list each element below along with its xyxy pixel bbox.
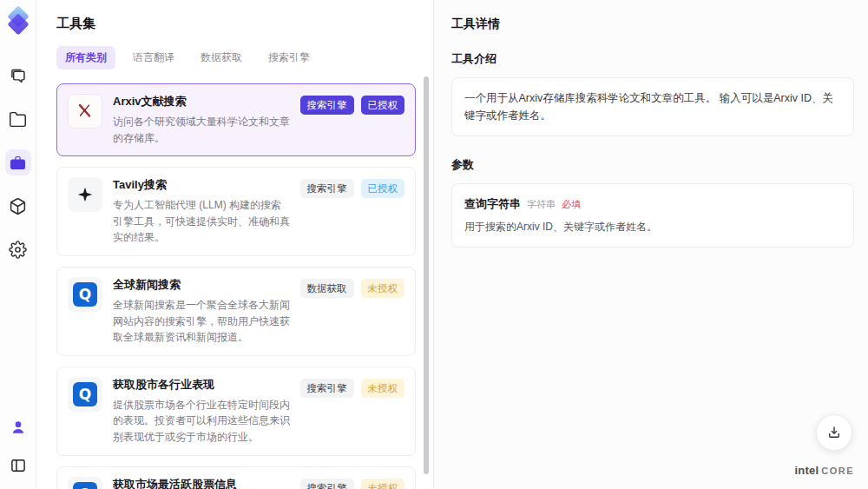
- auth-status-badge: 已授权: [361, 96, 405, 115]
- arxiv-icon: [68, 94, 102, 129]
- category-badge: 数据获取: [300, 279, 354, 298]
- tool-name: 获取市场最活跃股票信息: [113, 477, 292, 489]
- category-tabs: 所有类别语言翻译数据获取搜索引擎: [56, 46, 433, 69]
- auth-status-badge: 未授权: [361, 379, 405, 398]
- news-blue-icon: Q: [68, 477, 102, 489]
- tool-list: Arxiv文献搜索 访问各个研究领域大量科学论文和文章的存储库。 搜索引擎 已授…: [56, 83, 416, 489]
- auth-status-badge: 已授权: [361, 179, 405, 198]
- gear-icon: [9, 241, 27, 259]
- list-scrollbar[interactable]: [424, 76, 429, 474]
- app-window: 工具集 所有类别语言翻译数据获取搜索引擎 Arxiv文献搜索 访问各个研究领域大…: [0, 0, 868, 489]
- news-blue-icon: Q: [68, 277, 102, 312]
- auth-status-badge: 未授权: [361, 279, 405, 298]
- sidebar-bottom: [5, 414, 31, 479]
- sidebar-item-files[interactable]: [5, 106, 31, 132]
- category-tab[interactable]: 所有类别: [56, 46, 115, 69]
- chat-icon: [9, 67, 27, 85]
- details-title: 工具详情: [451, 17, 854, 32]
- sidebar-item-chat[interactable]: [5, 63, 31, 89]
- sidebar-item-packages[interactable]: [5, 193, 31, 219]
- param-description: 用于搜索的Arxiv ID、关键字或作者姓名。: [464, 220, 841, 235]
- param-type: 字符串: [527, 198, 556, 211]
- sidebar-rail: [0, 0, 36, 489]
- category-tab[interactable]: 数据获取: [192, 46, 251, 69]
- tavily-icon: [68, 177, 102, 212]
- download-button[interactable]: [816, 414, 852, 451]
- auth-status-badge: 未授权: [361, 479, 405, 489]
- sidebar-item-collapse[interactable]: [5, 453, 31, 479]
- tool-description: 全球新闻搜索是一个聚合全球各大新闻网站内容的搜索引擎，帮助用户快速获取全球最新资…: [113, 297, 292, 346]
- param-name: 查询字符串: [464, 196, 521, 212]
- page-title: 工具集: [56, 16, 433, 32]
- tool-name: Arxiv文献搜索: [113, 94, 292, 109]
- user-icon: [10, 419, 27, 436]
- panel-toggle-icon: [10, 457, 27, 474]
- category-badge: 搜索引擎: [300, 379, 354, 398]
- tool-card[interactable]: Arxiv文献搜索 访问各个研究领域大量科学论文和文章的存储库。 搜索引擎 已授…: [56, 83, 416, 156]
- news-blue-icon: Q: [68, 377, 102, 412]
- category-badge: 搜索引擎: [300, 96, 354, 115]
- toolbox-icon: [9, 154, 27, 172]
- folder-icon: [9, 110, 27, 129]
- package-icon: [9, 197, 27, 215]
- intro-heading: 工具介绍: [451, 51, 854, 67]
- tool-card[interactable]: Q 全球新闻搜索 全球新闻搜索是一个聚合全球各大新闻网站内容的搜索引擎，帮助用户…: [56, 267, 416, 356]
- param-card: 查询字符串 字符串 必填 用于搜索的Arxiv ID、关键字或作者姓名。: [451, 183, 854, 248]
- intel-wordmark: intel: [794, 464, 819, 477]
- category-badge: 搜索引擎: [300, 479, 354, 489]
- tool-card[interactable]: Tavily搜索 专为人工智能代理 (LLM) 构建的搜索引擎工具，可快速提供实…: [56, 167, 416, 256]
- sidebar-item-settings[interactable]: [5, 236, 31, 262]
- intro-text: 一个用于从Arxiv存储库搜索科学论文和文章的工具。 输入可以是Arxiv ID…: [451, 77, 854, 136]
- tools-panel: 工具集 所有类别语言翻译数据获取搜索引擎 Arxiv文献搜索 访问各个研究领域大…: [36, 0, 434, 489]
- tool-details-panel: 工具详情 工具介绍 一个用于从Arxiv存储库搜索科学论文和文章的工具。 输入可…: [434, 0, 868, 489]
- param-required-badge: 必填: [562, 198, 581, 211]
- download-icon: [826, 425, 842, 440]
- sidebar-nav: [5, 63, 31, 262]
- tool-name: 获取股市各行业表现: [113, 377, 292, 393]
- sidebar-item-toolbox[interactable]: [5, 149, 31, 175]
- tool-card[interactable]: Q 获取市场最活跃股票信息 提供当天交易量最高的股票列表，投资者可以利用这些信息…: [56, 466, 416, 489]
- tool-name: Tavily搜索: [113, 177, 292, 193]
- app-logo-icon: [6, 9, 30, 33]
- params-heading: 参数: [451, 157, 854, 173]
- tool-name: 全球新闻搜索: [113, 277, 292, 293]
- tool-card[interactable]: Q 获取股市各行业表现 提供股票市场各个行业在特定时间段内的表现。投资者可以利用…: [56, 367, 416, 456]
- tool-description: 专为人工智能代理 (LLM) 构建的搜索引擎工具，可快速提供实时、准确和真实的结…: [113, 197, 292, 246]
- category-tab[interactable]: 搜索引擎: [260, 46, 319, 69]
- category-badge: 搜索引擎: [300, 179, 354, 198]
- sidebar-item-account[interactable]: [5, 414, 31, 440]
- tool-description: 提供股票市场各个行业在特定时间段内的表现。投资者可以利用这些信息来识别表现优于或…: [113, 397, 292, 446]
- tool-description: 访问各个研究领域大量科学论文和文章的存储库。: [113, 114, 292, 146]
- intel-core-logo: intel CORE: [794, 464, 854, 477]
- core-wordmark: CORE: [821, 466, 854, 476]
- category-tab[interactable]: 语言翻译: [124, 46, 183, 69]
